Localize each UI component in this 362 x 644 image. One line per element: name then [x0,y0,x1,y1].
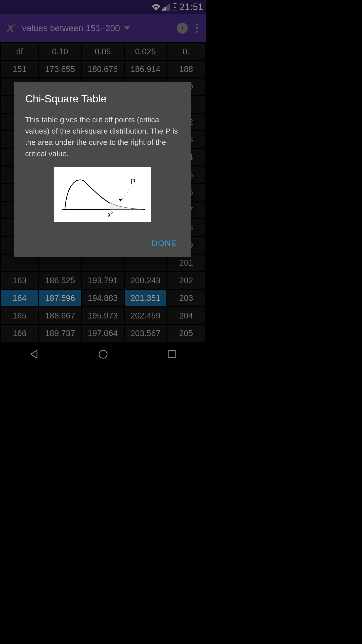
done-button[interactable]: DONE [149,235,180,252]
svg-text:P: P [130,177,135,186]
dialog-body: This table gives the cut off points (cri… [25,114,180,159]
svg-text:χ²: χ² [108,210,113,217]
info-dialog: Chi-Square Table This table gives the cu… [14,82,191,257]
dialog-title: Chi-Square Table [25,93,180,105]
dialog-figure: P χ² [25,167,180,222]
